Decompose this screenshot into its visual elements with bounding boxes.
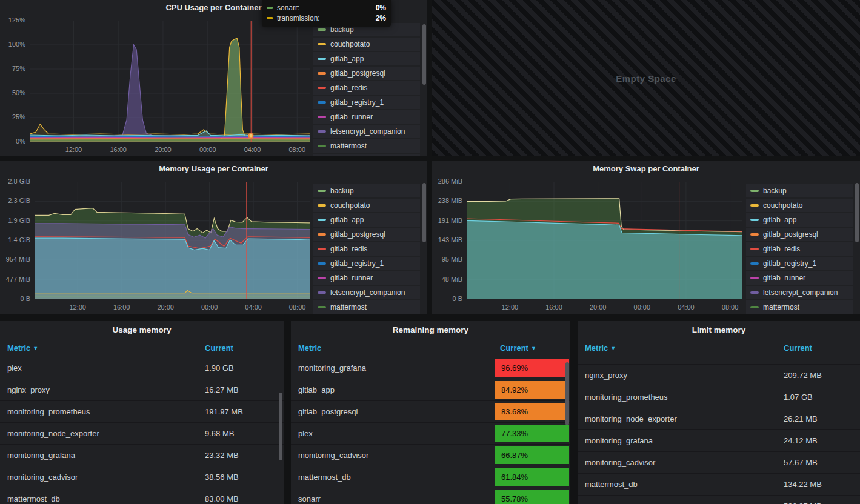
legend-label[interactable]: gitlab_redis	[763, 245, 800, 253]
panel-title[interactable]: Usage memory	[0, 321, 284, 339]
metric-cell: monitoring_prometheus	[578, 386, 779, 408]
legend-label[interactable]: backup	[330, 25, 354, 34]
legend-label[interactable]: gitlab_runner	[763, 274, 805, 282]
mem-plot[interactable]	[35, 182, 310, 299]
legend-label[interactable]: gitlab_postgresql	[763, 230, 818, 239]
legend-label[interactable]: backup	[763, 187, 787, 195]
legend-item-mattermost[interactable]: mattermost	[313, 300, 420, 314]
panel-title[interactable]: Remaining memory	[291, 321, 570, 339]
mem-legend: backupcouchpotatogitlab_appgitlab_postgr…	[312, 177, 427, 314]
table-scrollbar[interactable]	[279, 393, 282, 460]
legend-label[interactable]: mattermost	[330, 303, 367, 311]
legend-scrollbar[interactable]	[422, 24, 426, 85]
legend-item-gitlab_app[interactable]: gitlab_app	[746, 213, 853, 227]
legend-label[interactable]: gitlab_app	[763, 216, 796, 224]
legend-label[interactable]: couchpotato	[330, 201, 370, 210]
legend-label[interactable]: gitlab_runner	[330, 274, 373, 282]
series-color-dash-icon	[318, 58, 326, 60]
legend-label[interactable]: gitlab_redis	[330, 84, 367, 92]
legend-item-gitlab_runner[interactable]: gitlab_runner	[313, 110, 420, 124]
y-axis-label: 286 MiB	[438, 177, 462, 185]
column-header-metric[interactable]: Metric	[298, 343, 495, 353]
graph-tooltip: sonarr:0%transmission:2%	[262, 0, 391, 27]
legend-item-gitlab_registry_1[interactable]: gitlab_registry_1	[313, 257, 420, 270]
column-header-metric[interactable]: Metric▼	[7, 343, 200, 353]
legend-label[interactable]: gitlab_app	[330, 55, 364, 63]
legend-label[interactable]: letsencrypt_companion	[763, 288, 838, 297]
legend-item-gitlab_runner[interactable]: gitlab_runner	[746, 271, 853, 285]
hover-point-marker	[248, 133, 254, 139]
legend-item-gitlab_redis[interactable]: gitlab_redis	[313, 81, 420, 94]
legend-label[interactable]: gitlab_runner	[330, 113, 373, 121]
legend-label[interactable]: letsencrypt_companion	[330, 127, 405, 136]
legend-item-couchpotato[interactable]: couchpotato	[746, 199, 853, 212]
table-header-row: Metric▼ Current	[578, 339, 860, 357]
table-row	[578, 357, 860, 365]
value-cell: 83.00 MB	[200, 488, 284, 504]
metric-cell: monitoring_grafana	[291, 357, 495, 379]
table-row: monitoring_cadvisor66.87%	[291, 445, 570, 466]
legend-label[interactable]: gitlab_registry_1	[763, 259, 816, 268]
legend-item-backup[interactable]: backup	[313, 184, 420, 197]
swap-chart-area[interactable]: 286 MiB238 MiB191 MiB143 MiB95 MiB48 MiB…	[432, 177, 745, 314]
legend-label[interactable]: gitlab_registry_1	[330, 259, 384, 268]
legend-item-gitlab_registry_1[interactable]: gitlab_registry_1	[746, 257, 853, 270]
legend-label[interactable]: gitlab_postgresql	[330, 230, 385, 239]
legend-item-gitlab_postgresql[interactable]: gitlab_postgresql	[313, 228, 420, 241]
legend-item-gitlab_runner[interactable]: gitlab_runner	[313, 271, 420, 285]
sort-caret-icon: ▼	[33, 345, 38, 351]
metric-cell: monitoring_node_exporter	[0, 423, 200, 444]
column-header-current[interactable]: Current	[779, 343, 860, 353]
metric-cell: monitoring_node_exporter	[578, 408, 779, 429]
legend-item-mattermost[interactable]: mattermost	[313, 139, 420, 153]
column-header-metric[interactable]: Metric▼	[585, 343, 779, 353]
legend-item-mattermost[interactable]: mattermost	[746, 300, 853, 314]
legend-item-mattermost_db[interactable]: mattermost_db	[313, 154, 420, 156]
table-scrollbar[interactable]	[565, 362, 569, 425]
column-header-current[interactable]: Current	[200, 343, 284, 353]
legend-label[interactable]: gitlab_registry_1	[330, 98, 384, 107]
legend-scrollbar[interactable]	[422, 183, 426, 242]
legend-label[interactable]: letsencrypt_companion	[330, 288, 405, 297]
swap-plot[interactable]	[467, 182, 742, 299]
metric-cell: monitoring_cadvisor	[578, 452, 779, 473]
value-cell: 38.56 MB	[200, 466, 284, 488]
legend-scrollbar[interactable]	[855, 183, 859, 242]
legend-label[interactable]: couchpotato	[763, 201, 802, 210]
y-axis-label: 0 B	[452, 295, 462, 302]
legend-item-gitlab_registry_1[interactable]: gitlab_registry_1	[313, 96, 420, 109]
legend-item-couchpotato[interactable]: couchpotato	[313, 38, 420, 51]
column-header-current[interactable]: Current▼	[495, 343, 570, 353]
legend-item-couchpotato[interactable]: couchpotato	[313, 199, 420, 212]
panel-title[interactable]: Limit memory	[578, 321, 860, 339]
legend-item-gitlab_redis[interactable]: gitlab_redis	[313, 242, 420, 256]
legend-item-letsencrypt_companion[interactable]: letsencrypt_companion	[313, 125, 420, 138]
legend-item-backup[interactable]: backup	[746, 184, 853, 197]
cpu-chart-area[interactable]: 125%100%75%50%25%0% 12:0016:0020:0000:00…	[0, 16, 312, 156]
legend-item-letsencrypt_companion[interactable]: letsencrypt_companion	[746, 286, 853, 299]
value-cell: 61.84%	[495, 466, 570, 488]
legend-item-gitlab_app[interactable]: gitlab_app	[313, 213, 420, 227]
table-row: mattermost_db61.84%	[291, 466, 570, 488]
legend-label[interactable]: couchpotato	[330, 40, 370, 48]
legend-label[interactable]: mattermost	[763, 303, 799, 311]
legend-label[interactable]: backup	[330, 187, 354, 195]
panel-memory-swap: Memory Swap per Container 286 MiB238 MiB…	[432, 161, 860, 314]
legend-label[interactable]: gitlab_postgresql	[330, 69, 385, 78]
legend-item-letsencrypt_companion[interactable]: letsencrypt_companion	[313, 286, 420, 299]
cpu-plot[interactable]	[30, 21, 310, 142]
legend-label[interactable]: mattermost	[330, 142, 367, 150]
legend-item-gitlab_postgresql[interactable]: gitlab_postgresql	[746, 228, 853, 241]
value-cell: 24.12 MB	[779, 430, 860, 451]
mem-chart-area[interactable]: 2.8 GiB2.3 GiB1.9 GiB1.4 GiB954 MiB477 M…	[0, 177, 312, 314]
panel-title[interactable]: Memory Swap per Container	[432, 161, 860, 177]
legend-label[interactable]: gitlab_app	[330, 216, 364, 224]
legend-item-gitlab_app[interactable]: gitlab_app	[313, 52, 420, 65]
legend-label[interactable]: gitlab_redis	[330, 245, 367, 253]
y-axis-label: 238 MiB	[438, 197, 462, 205]
legend-item-gitlab_redis[interactable]: gitlab_redis	[746, 242, 853, 256]
table-row: mattermost_db134.22 MB	[578, 474, 860, 496]
panel-title[interactable]: Memory Usage per Container	[0, 161, 427, 177]
legend-item-gitlab_postgresql[interactable]: gitlab_postgresql	[313, 67, 420, 80]
table-row: monitoring_node_exporter9.68 MB	[0, 423, 284, 445]
